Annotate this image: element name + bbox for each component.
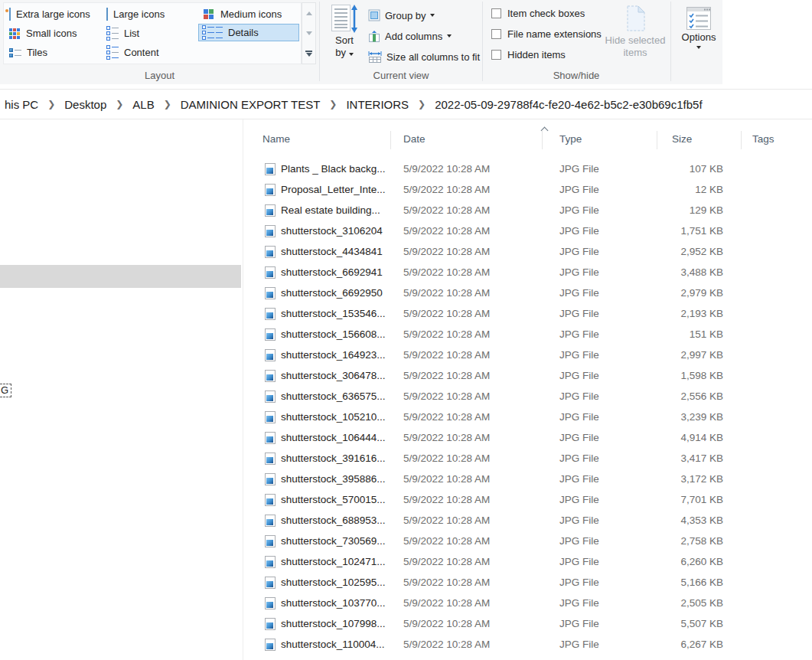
file-name-extensions-checkbox[interactable]: File name extensions (491, 28, 602, 40)
file-name: shutterstock_6692950 (281, 287, 383, 299)
file-date: 5/9/2022 10:28 AM (390, 535, 542, 547)
options-button[interactable]: Options (677, 5, 721, 49)
column-divider[interactable] (390, 131, 391, 149)
file-size: 2,952 KB (657, 246, 723, 257)
breadcrumb-item-interiors[interactable]: INTERIORS (343, 96, 412, 113)
file-name-cell: shutterstock_730569... (253, 535, 390, 547)
column-header-type[interactable]: Type (559, 133, 582, 145)
file-row[interactable]: shutterstock_103770... 5/9/2022 10:28 AM… (253, 593, 812, 613)
file-size: 2,193 KB (657, 308, 723, 319)
breadcrumb-item-alb[interactable]: ALB (129, 96, 157, 113)
breadcrumb-chevron-icon[interactable]: ❯ (109, 99, 129, 109)
address-bar[interactable]: his PC ❯ Desktop ❯ ALB ❯ DAMINION EXPORT… (0, 90, 812, 119)
file-type: JPG File (542, 618, 657, 629)
file-name-cell: shutterstock_156608... (253, 328, 390, 341)
view-extra-large-icons[interactable]: Extra large icons (5, 5, 94, 23)
layout-group-label: Layout (0, 70, 319, 81)
file-row[interactable]: Plants _ Black backg... 5/9/2022 10:28 A… (253, 158, 812, 179)
file-size: 2,979 KB (657, 287, 723, 299)
view-content[interactable]: Content (103, 44, 163, 61)
gallery-more-button[interactable] (302, 44, 315, 64)
column-divider[interactable] (741, 131, 742, 149)
file-date: 5/9/2022 10:28 AM (390, 577, 542, 588)
file-row[interactable]: shutterstock_102595... 5/9/2022 10:28 AM… (253, 572, 812, 593)
options-dropdown-caret (696, 46, 701, 49)
size-all-columns-button[interactable]: Size all columns to fit (368, 48, 480, 65)
file-row[interactable]: shutterstock_636575... 5/9/2022 10:28 AM… (253, 386, 812, 407)
breadcrumb-chevron-icon[interactable]: ❯ (158, 99, 178, 109)
breadcrumb-item-current-folder[interactable]: 2022-05-09-29788f4c-fe20-4e62-b5c2-e30b6… (432, 96, 705, 113)
file-type: JPG File (542, 639, 657, 650)
nav-pane-partial-label[interactable]: G (0, 384, 11, 397)
file-name-cell: shutterstock_105210... (253, 411, 390, 423)
view-medium-icons[interactable]: Medium icons (200, 5, 285, 23)
gallery-scroll-up-button[interactable] (302, 3, 315, 23)
file-row[interactable]: shutterstock_156608... 5/9/2022 10:28 AM… (253, 324, 812, 345)
view-option-label: List (124, 28, 139, 39)
file-row[interactable]: Real estate building... 5/9/2022 10:28 A… (253, 200, 812, 221)
breadcrumb-chevron-icon[interactable]: ❯ (41, 99, 61, 109)
column-header-tags[interactable]: Tags (752, 133, 774, 145)
column-header-size[interactable]: Size (672, 133, 692, 145)
view-tiles[interactable]: Tiles (5, 44, 51, 61)
file-row[interactable]: shutterstock_4434841 5/9/2022 10:28 AM J… (253, 241, 812, 262)
gallery-scroll-down-button[interactable] (302, 23, 315, 43)
file-row[interactable]: shutterstock_105210... 5/9/2022 10:28 AM… (253, 407, 812, 427)
ribbon-view-tab-panel: Extra large icons Small icons Tiles Larg… (0, 0, 722, 84)
list-icon (106, 26, 119, 41)
breadcrumb-chevron-icon[interactable]: ❯ (412, 99, 432, 109)
breadcrumb-item-desktop[interactable]: Desktop (61, 96, 109, 113)
hide-selected-items-icon (622, 4, 648, 34)
file-row[interactable]: shutterstock_164923... 5/9/2022 10:28 AM… (253, 345, 812, 365)
view-small-icons[interactable]: Small icons (5, 25, 80, 42)
jpg-file-icon (265, 184, 276, 196)
breadcrumb-chevron-icon[interactable]: ❯ (323, 99, 343, 109)
view-list[interactable]: List (103, 25, 143, 42)
file-type: JPG File (542, 411, 657, 423)
file-name-cell: shutterstock_6692941 (253, 266, 390, 279)
file-row[interactable]: shutterstock_107998... 5/9/2022 10:28 AM… (253, 613, 812, 634)
add-columns-button[interactable]: Add columns (368, 28, 452, 44)
view-large-icons[interactable]: Large icons (103, 5, 168, 23)
file-date: 5/9/2022 10:28 AM (390, 287, 542, 299)
file-row[interactable]: shutterstock_688953... 5/9/2022 10:28 AM… (253, 510, 812, 531)
sort-by-button[interactable]: Sort by (324, 4, 364, 59)
view-option-label: Extra large icons (16, 8, 90, 20)
file-size: 12 KB (657, 184, 723, 195)
file-row[interactable]: Proposal_Letter_Inte... 5/9/2022 10:28 A… (253, 179, 812, 200)
column-header-date[interactable]: Date (403, 133, 426, 145)
file-row[interactable]: shutterstock_391616... 5/9/2022 10:28 AM… (253, 448, 812, 469)
hide-selected-items-button[interactable]: Hide selected items (603, 4, 667, 59)
file-row[interactable]: shutterstock_395886... 5/9/2022 10:28 AM… (253, 469, 812, 489)
file-row[interactable]: shutterstock_306478... 5/9/2022 10:28 AM… (253, 365, 812, 386)
file-row[interactable]: shutterstock_6692950 5/9/2022 10:28 AM J… (253, 283, 812, 303)
file-type: JPG File (542, 349, 657, 361)
file-row[interactable]: shutterstock_6692941 5/9/2022 10:28 AM J… (253, 262, 812, 283)
file-name: shutterstock_6692941 (281, 266, 383, 278)
file-size: 4,914 KB (657, 432, 723, 443)
hidden-items-checkbox[interactable]: Hidden items (491, 49, 566, 60)
file-row[interactable]: shutterstock_153546... 5/9/2022 10:28 AM… (253, 303, 812, 324)
file-type: JPG File (542, 556, 657, 567)
file-date: 5/9/2022 10:28 AM (390, 163, 542, 175)
column-divider[interactable] (657, 131, 657, 149)
file-row[interactable]: shutterstock_102471... 5/9/2022 10:28 AM… (253, 551, 812, 572)
file-row[interactable]: shutterstock_106444... 5/9/2022 10:28 AM… (253, 427, 812, 448)
file-name: shutterstock_102595... (281, 577, 386, 588)
item-check-boxes-checkbox[interactable]: Item check boxes (491, 8, 585, 19)
file-name-cell: shutterstock_688953... (253, 515, 390, 527)
column-header-name[interactable]: Name (263, 133, 290, 145)
group-by-button[interactable]: Group by (368, 7, 435, 24)
nav-pane-selected-item[interactable] (0, 265, 241, 288)
column-divider[interactable] (542, 131, 543, 149)
jpg-file-icon (265, 287, 276, 299)
file-date: 5/9/2022 10:28 AM (390, 597, 542, 609)
file-row[interactable]: shutterstock_110004... 5/9/2022 10:28 AM… (253, 634, 812, 655)
file-row[interactable]: shutterstock_730569... 5/9/2022 10:28 AM… (253, 531, 812, 551)
file-row[interactable]: shutterstock_570015... 5/9/2022 10:28 AM… (253, 489, 812, 510)
breadcrumb-item-this-pc[interactable]: his PC (2, 96, 41, 113)
breadcrumb-item-daminion-export-test[interactable]: DAMINION EXPORT TEST (178, 96, 324, 113)
file-row[interactable]: shutterstock_3106204 5/9/2022 10:28 AM J… (253, 221, 812, 241)
jpg-file-icon (265, 494, 276, 506)
view-details[interactable]: Details (198, 24, 299, 41)
